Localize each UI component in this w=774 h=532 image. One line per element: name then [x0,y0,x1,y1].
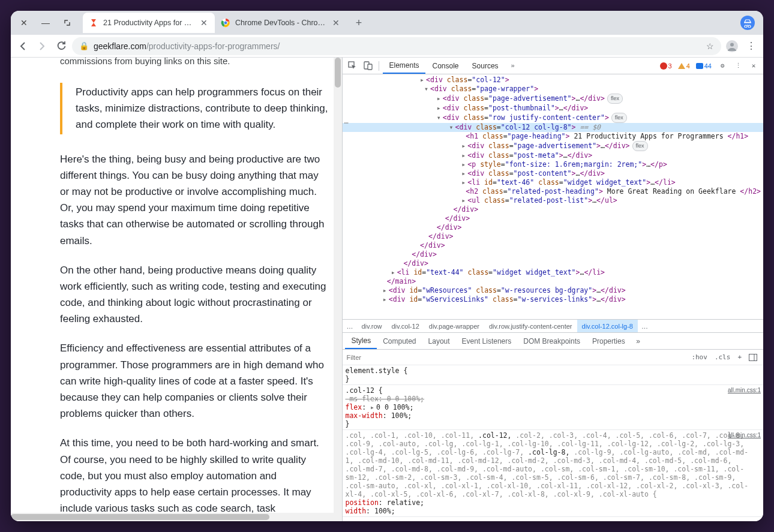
horizontal-scrollbar[interactable] [11,513,334,521]
article-paragraph: Efficiency and effectiveness are essenti… [60,340,328,422]
chrome-menu-button[interactable]: ⋮ [743,38,760,55]
tab-close-icon[interactable]: ✕ [199,18,209,28]
bookmark-star-icon[interactable]: ☆ [706,41,714,51]
breadcrumb-item[interactable]: div.row [356,320,386,332]
content-split: commissions from buying links on this si… [11,58,763,521]
devtools-menu-icon[interactable]: ⋮ [731,59,745,73]
lock-icon: 🔒 [79,41,89,50]
source-link[interactable]: all.min.css:1 [728,386,761,395]
dom-tree[interactable]: ⋯ ▸<div class="col-12"> ▾<div class="pag… [343,74,763,319]
new-tab-button[interactable]: + [350,14,367,31]
svg-point-3 [224,21,227,25]
breadcrumb-scroll-left[interactable]: … [343,320,356,332]
nav-forward-button[interactable] [34,38,50,55]
styles-tab-computed[interactable]: Computed [377,333,422,349]
ellipsis-icon: ⋯ [344,119,348,128]
styles-tab-event-listeners[interactable]: Event Listeners [456,333,518,349]
scrollbar-thumb[interactable] [11,514,269,520]
styles-rules[interactable]: element.style { } all.min.css:1 .col-12 … [343,365,763,521]
devtools-panel: Elements Console Sources » 3 4 44 ⚙ ⋮ ✕ … [342,58,763,521]
scrollbar-thumb[interactable] [335,58,341,88]
tab-favicon-geekflare [89,18,98,28]
vertical-scrollbar[interactable] [334,58,342,521]
styles-tab-styles[interactable]: Styles [345,333,377,349]
styles-tab-layout[interactable]: Layout [422,333,456,349]
article-paragraph: On the other hand, being productive mean… [60,262,328,327]
nav-toolbar: 🔒 geekflare.com/productivity-apps-for-pr… [11,35,763,58]
devtools-settings-icon[interactable]: ⚙ [715,59,730,73]
styles-panel: Styles Computed Layout Event Listeners D… [343,332,763,521]
devtools-close-icon[interactable]: ✕ [746,59,761,73]
nav-back-button[interactable] [14,38,31,55]
styles-tab-dom-breakpoints[interactable]: DOM Breakpoints [517,333,586,349]
tab-title: Chrome DevTools - Chrome [235,19,326,27]
svg-rect-8 [368,64,372,70]
breadcrumb-scroll-right[interactable]: … [638,320,652,332]
svg-marker-0 [91,19,96,26]
devtools-breadcrumb[interactable]: … div.row div.col-12 div.page-wrapper di… [343,319,763,332]
window-maximize-button[interactable] [59,14,76,31]
article-paragraph: At this time, you need to be both hard-w… [60,435,328,521]
styles-tab-properties[interactable]: Properties [586,333,631,349]
tab-strip: 21 Productivity Apps for Pr… ✕ Chrome De… [83,13,740,33]
tab-inactive[interactable]: Chrome DevTools - Chrome ✕ [215,13,347,33]
devtools-tab-sources[interactable]: Sources [466,58,505,74]
window-minimize-button[interactable]: — [37,14,54,31]
address-bar[interactable]: 🔒 geekflare.com/productivity-apps-for-pr… [72,37,721,55]
message-count-badge[interactable]: 44 [694,62,714,70]
nav-reload-button[interactable] [53,38,70,55]
breadcrumb-item[interactable]: div.page-wrapper [424,320,484,332]
svg-rect-9 [749,354,757,360]
more-tabs-icon[interactable]: » [631,334,646,348]
devtools-tab-elements[interactable]: Elements [383,58,425,74]
titlebar: ✕ — 21 Productivity Apps for Pr… ✕ Chrom… [11,11,763,35]
styles-filter-input[interactable] [346,354,686,361]
devtools-toolbar: Elements Console Sources » 3 4 44 ⚙ ⋮ ✕ [343,58,763,74]
add-rule-icon[interactable]: + [735,353,744,361]
tab-favicon-chrome [221,18,230,28]
window-close-button[interactable]: ✕ [16,14,32,31]
svg-point-5 [730,43,734,46]
breadcrumb-item[interactable]: div.col-12 [387,320,424,332]
devtools-tab-console[interactable]: Console [427,58,465,74]
more-tabs-icon[interactable]: » [506,59,520,73]
affiliate-note: commissions from buying links on this si… [60,58,328,68]
selected-dom-node: ▾<div class="col-12 col-lg-8"> == $0 [343,123,763,132]
profile-avatar[interactable] [724,38,740,55]
tab-title: 21 Productivity Apps for Pr… [103,19,194,27]
page-viewport[interactable]: commissions from buying links on this si… [11,58,342,521]
cls-toggle[interactable]: .cls [712,353,733,361]
breadcrumb-item-active[interactable]: div.col-12.col-lg-8 [577,320,638,332]
url-text: geekflare.com/productivity-apps-for-prog… [94,41,280,51]
browser-window: ✕ — 21 Productivity Apps for Pr… ✕ Chrom… [11,11,763,521]
error-count-badge[interactable]: 3 [658,62,674,70]
breadcrumb-item[interactable]: div.row.justify-content-center [484,320,577,332]
tab-close-icon[interactable]: ✕ [331,18,341,28]
article-blockquote: Productivity apps can help programmers f… [60,83,328,134]
hov-toggle[interactable]: :hov [689,353,710,361]
styles-tabs: Styles Computed Layout Event Listeners D… [343,333,763,350]
inspect-element-icon[interactable] [345,59,359,73]
warning-count-badge[interactable]: 4 [676,62,692,70]
styles-filter-bar: :hov .cls + [343,350,763,365]
device-toggle-icon[interactable] [361,59,375,73]
article-paragraph: Here's the thing, being busy and being p… [60,151,328,249]
computed-sidebar-icon[interactable] [746,354,760,361]
incognito-icon[interactable] [740,16,755,30]
tab-active[interactable]: 21 Productivity Apps for Pr… ✕ [83,13,215,33]
source-link[interactable]: all.min.css:1 [728,431,761,440]
